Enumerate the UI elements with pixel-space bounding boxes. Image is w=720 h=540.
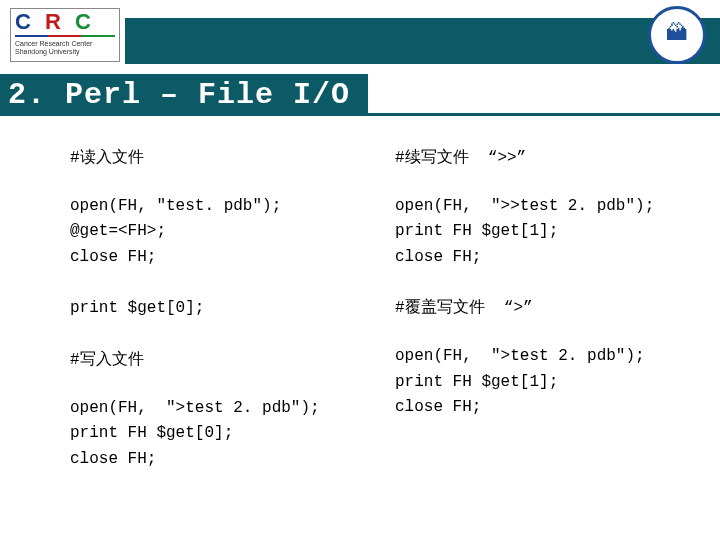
comment-append-file: #续写文件 “>>” [395, 146, 680, 172]
header: C R C Cancer Research Center Shandong Un… [0, 0, 720, 70]
code-append-file: open(FH, ">>test 2. pdb"); print FH $get… [395, 194, 680, 271]
content: #读入文件 open(FH, "test. pdb"); @get=<FH>; … [0, 116, 720, 498]
code-overwrite-file: open(FH, ">test 2. pdb"); print FH $get[… [395, 344, 680, 421]
logo-divider [15, 35, 115, 37]
logo-letter-c1: C [15, 9, 35, 34]
university-seal: 🏔 [648, 6, 706, 64]
left-column: #读入文件 open(FH, "test. pdb"); @get=<FH>; … [70, 146, 355, 498]
code-write-file: open(FH, ">test 2. pdb"); print FH $get[… [70, 396, 355, 473]
code-print-get0: print $get[0]; [70, 296, 355, 322]
comment-overwrite-file: #覆盖写文件 “>” [395, 296, 680, 322]
right-column: #续写文件 “>>” open(FH, ">>test 2. pdb"); pr… [395, 146, 680, 498]
logo-letters: C R C [15, 11, 115, 33]
comment-write-file: #写入文件 [70, 348, 355, 374]
page-title: 2. Perl – File I/O [0, 74, 368, 116]
title-row: 2. Perl – File I/O [0, 74, 720, 116]
logo-sub2: Shandong University [15, 48, 115, 56]
mountain-icon: 🏔 [666, 24, 688, 46]
crc-logo: C R C Cancer Research Center Shandong Un… [10, 8, 120, 62]
code-read-file: open(FH, "test. pdb"); @get=<FH>; close … [70, 194, 355, 271]
logo-letter-c2: C [75, 9, 95, 34]
logo-letter-r: R [45, 9, 65, 34]
title-underline [0, 113, 720, 116]
logo-sub1: Cancer Research Center [15, 40, 115, 48]
header-bar [125, 18, 720, 64]
comment-read-file: #读入文件 [70, 146, 355, 172]
